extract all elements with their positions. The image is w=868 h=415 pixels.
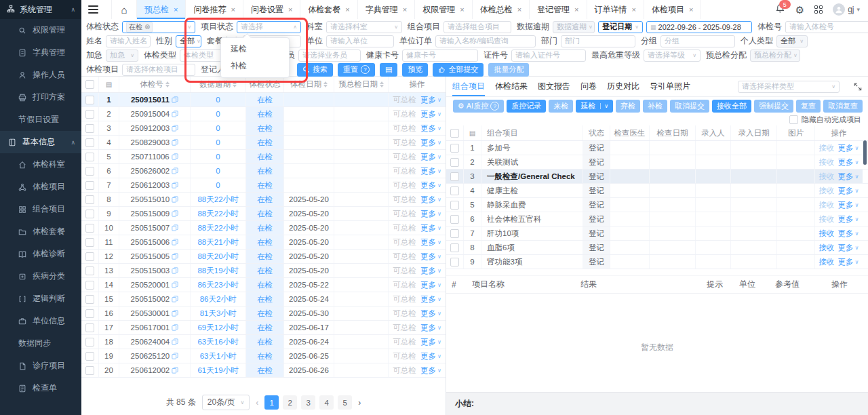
row-checkbox[interactable] <box>81 93 99 106</box>
copy-icon[interactable] <box>172 111 178 117</box>
row-checkbox[interactable] <box>446 255 464 269</box>
AI质控-button[interactable]: ⚙AI质控? <box>453 100 504 113</box>
page-button[interactable]: 5 <box>338 395 352 410</box>
more-link[interactable]: 更多 ∨ <box>838 214 859 224</box>
user-menu[interactable]: gj ▾ <box>833 3 860 16</box>
row-checkbox[interactable] <box>446 155 464 169</box>
sidebar-item-4[interactable]: 打印方案 <box>0 86 81 108</box>
copy-icon[interactable] <box>172 167 178 174</box>
搜索-button[interactable]: 搜索 <box>297 63 333 77</box>
more-link[interactable]: 更多 ∨ <box>420 337 441 347</box>
table-row[interactable]: 1250915011 0在检可总检 更多 ∨ <box>81 93 446 107</box>
copy-icon[interactable] <box>172 125 178 132</box>
exam-id-cell[interactable]: 250912003 <box>119 121 191 135</box>
more-link[interactable]: 更多 ∨ <box>838 172 859 182</box>
hide-auto-checkbox[interactable] <box>789 115 798 124</box>
selected-tag[interactable]: 在检⊗ <box>126 22 153 33</box>
filter-select[interactable]: 全部∨ <box>176 35 201 47</box>
more-link[interactable]: 更多 ∨ <box>420 223 441 233</box>
exam-id-cell[interactable]: 250617001 <box>119 321 191 334</box>
table-row[interactable]: 10250515007 88天22小时在检2025-05-20可总检 更多 ∨ <box>81 221 446 235</box>
row-checkbox[interactable] <box>81 292 99 306</box>
批量分配-button[interactable]: 批量分配 <box>488 63 529 77</box>
exam-id-cell[interactable]: 250515003 <box>119 264 191 277</box>
row-checkbox[interactable] <box>446 141 464 155</box>
copy-icon[interactable] <box>172 296 178 302</box>
table-row[interactable]: 13250515003 88天19小时在检2025-05-20可总检 更多 ∨ <box>81 264 446 278</box>
detail-tab-6[interactable]: 导引单照片 <box>650 77 690 96</box>
复查-button[interactable]: 复查 <box>796 100 821 113</box>
exam-id-cell[interactable]: 250915004 <box>119 107 191 121</box>
exam-id-cell[interactable]: 250626002 <box>119 164 191 178</box>
sidebar-item-9[interactable]: 组合项目 <box>0 198 81 220</box>
copy-icon[interactable] <box>172 324 178 331</box>
more-link[interactable]: 更多 ∨ <box>838 243 859 253</box>
filter-input[interactable]: 部门 <box>561 35 635 47</box>
row-checkbox[interactable] <box>81 349 99 363</box>
filter-input[interactable]: 请输入名称/编码查询 <box>435 35 536 47</box>
filter-input[interactable]: 分组 <box>660 35 735 47</box>
sidebar-item-3[interactable]: 操作人员 <box>0 64 81 86</box>
top-tab-7[interactable]: 体检总检× <box>473 0 530 19</box>
copy-icon[interactable] <box>172 96 178 103</box>
row-checkbox[interactable] <box>81 107 99 121</box>
copy-icon[interactable] <box>172 281 178 288</box>
row-checkbox[interactable] <box>446 184 464 197</box>
table-row[interactable]: 18250624004 63天16小时在检2025-06-24可总检 更多 ∨ <box>81 335 446 349</box>
close-icon[interactable]: × <box>174 5 178 14</box>
copy-icon[interactable] <box>172 196 178 203</box>
copy-icon[interactable] <box>172 224 178 231</box>
sidebar-item-14[interactable]: 单位信息 <box>0 310 81 332</box>
filter-select[interactable]: 请选择∧ <box>237 21 301 33</box>
filter-select[interactable]: 全部∨ <box>776 35 808 47</box>
row-checkbox[interactable] <box>81 307 99 320</box>
detail-tab-2[interactable]: 体检结果 <box>495 77 528 96</box>
table-row[interactable]: 5250711006 0在检可总检 更多 ∨ <box>81 150 446 164</box>
more-link[interactable]: 更多 ∨ <box>838 143 859 153</box>
prev-page-button[interactable]: ‹ <box>256 398 258 408</box>
more-link[interactable]: 更多 ∨ <box>420 280 441 290</box>
filter-select[interactable]: 加急∨ <box>106 50 138 62</box>
page-button[interactable]: 4 <box>319 395 334 410</box>
copy-icon[interactable] <box>172 210 178 217</box>
table-row[interactable]: 3一般检查/General Check登记接收更多 ∨ <box>446 170 868 184</box>
table-row[interactable]: 16250530001 81天3小时在检2025-05-30可总检 更多 ∨ <box>81 307 446 321</box>
sidebar-item-6[interactable]: 基本信息∧ <box>0 131 81 153</box>
sidebar-item-2[interactable]: 字典管理 <box>0 41 81 64</box>
filter-select[interactable]: 登记日期∨ <box>598 21 643 33</box>
取消复查-button[interactable]: 取消复查 <box>823 100 863 113</box>
copy-icon[interactable] <box>172 367 178 374</box>
close-icon[interactable]: × <box>574 5 578 14</box>
receive-link[interactable]: 接收 <box>819 229 835 239</box>
date-range-input[interactable]: ▦2022-09-26 - 2025-09-28 <box>646 21 752 33</box>
copy-icon[interactable] <box>172 310 178 317</box>
detail-tab-5[interactable]: 历史对比 <box>607 77 639 96</box>
select-all-checkbox[interactable] <box>446 125 464 140</box>
filter-input[interactable]: 请输入姓名 <box>106 35 151 47</box>
row-checkbox[interactable] <box>81 178 99 192</box>
filter-select[interactable]: 数据逾期∨ <box>553 21 595 33</box>
list-button[interactable]: ▤ <box>380 63 397 77</box>
filter-select[interactable]: 在检⊗∨ <box>122 21 195 33</box>
dropdown-option[interactable]: 延检 <box>221 41 289 58</box>
close-icon[interactable]: × <box>231 5 235 14</box>
filter-input[interactable]: 请输入单位 <box>326 35 394 47</box>
延检-button[interactable]: 延检∨ <box>576 100 613 113</box>
table-row[interactable]: 14250520001 86天23小时在检2025-05-22可总检 更多 ∨ <box>81 278 446 292</box>
close-icon[interactable]: × <box>632 5 636 14</box>
dropdown-option[interactable]: 补检 <box>221 58 289 75</box>
table-row[interactable]: 15250515002 86天2小时在检2025-05-24可总检 更多 ∨ <box>81 292 446 307</box>
close-icon[interactable]: × <box>517 5 521 14</box>
重置-button[interactable]: 重置? <box>338 63 375 77</box>
apps-grid-icon[interactable] <box>814 5 823 14</box>
table-row[interactable]: 19250625120 63天1小时在检2025-06-25可总检 更多 ∨ <box>81 349 446 363</box>
sample-type-select[interactable]: 请选择采样类型∨ <box>738 81 840 93</box>
more-link[interactable]: 更多 ∨ <box>420 209 441 219</box>
table-row[interactable]: 6社会体检五官科登记接收更多 ∨ <box>446 212 868 226</box>
row-checkbox[interactable] <box>81 136 99 149</box>
close-icon[interactable]: × <box>345 5 349 14</box>
more-link[interactable]: 更多 ∨ <box>838 157 859 167</box>
top-tab-4[interactable]: 体检套餐× <box>300 0 357 19</box>
top-tab-2[interactable]: 问卷推荐× <box>186 0 243 19</box>
table-row[interactable]: 5静脉采血费登记接收更多 ∨ <box>446 198 868 212</box>
